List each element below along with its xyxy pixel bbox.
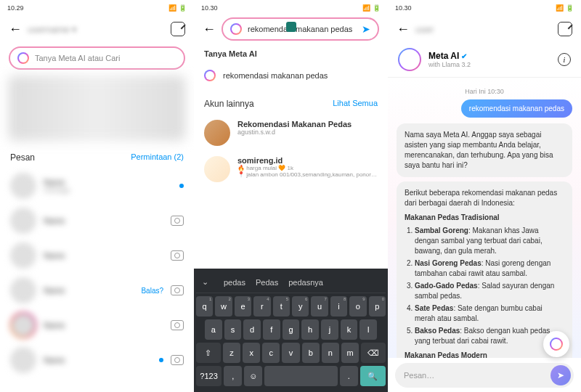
- unread-dot: [159, 358, 163, 362]
- keyboard-suggestions[interactable]: ⌄ pedas Pedas pedasnya: [196, 271, 386, 293]
- message-input-bar[interactable]: Pesan… ➤: [395, 363, 574, 388]
- send-button[interactable]: ➤: [550, 365, 571, 385]
- unread-dot: [179, 184, 184, 188]
- status-icons: 📶 🔋: [556, 4, 574, 12]
- shift-key[interactable]: ⇧: [196, 343, 221, 363]
- camera-icon[interactable]: [171, 250, 184, 261]
- meta-ai-icon: [230, 23, 242, 35]
- meta-ai-icon: [17, 52, 29, 64]
- accounts-label: Akun lainnya: [204, 99, 254, 109]
- ai-subtitle: with Llama 3.2: [428, 61, 550, 68]
- username[interactable]: username ▾: [28, 24, 165, 35]
- info-icon[interactable]: i: [558, 53, 571, 66]
- status-icons: 📶 🔋: [362, 4, 381, 12]
- drag-handle: [286, 22, 296, 32]
- clock: 10.30: [201, 4, 218, 12]
- spacebar[interactable]: [264, 366, 337, 386]
- camera-icon[interactable]: [171, 285, 184, 295]
- section-requests[interactable]: Permintaan (2): [131, 152, 184, 163]
- see-all-link[interactable]: Lihat Semua: [333, 99, 378, 109]
- ai-name: Meta AI: [428, 51, 459, 61]
- chat-item[interactable]: Name: [0, 308, 194, 343]
- section-messages[interactable]: Pesan: [10, 152, 35, 163]
- camera-icon[interactable]: [171, 355, 184, 365]
- meta-ai-avatar: [398, 48, 421, 71]
- search-key[interactable]: 🔍: [360, 366, 386, 386]
- ai-message: Nama saya Meta AI. Anggap saya sebagai a…: [397, 123, 572, 177]
- avatar: [204, 120, 230, 146]
- camera-icon[interactable]: [171, 320, 184, 330]
- chat-item[interactable]: Name: [0, 203, 194, 238]
- symbols-key[interactable]: ?123: [196, 366, 222, 386]
- account-item[interactable]: Rekomendasi Makanan Pedas agustin.s.w.d: [194, 115, 388, 151]
- input-placeholder: Pesan…: [404, 371, 545, 380]
- back-icon[interactable]: ←: [397, 22, 410, 37]
- status-bar: 10.30 📶 🔋: [388, 0, 581, 16]
- back-icon[interactable]: ←: [9, 22, 22, 37]
- stories-row[interactable]: [9, 75, 185, 141]
- clock: 10.29: [7, 4, 24, 12]
- status-icons: 📶 🔋: [168, 4, 187, 12]
- search-box[interactable]: Tanya Meta AI atau Cari: [9, 46, 185, 70]
- timestamp: Hari Ini 10:30: [397, 88, 572, 95]
- meta-ai-icon: [204, 70, 216, 81]
- chat-item[interactable]: Name: [0, 343, 194, 377]
- suggest-title: Tanya Meta AI: [204, 49, 378, 58]
- emoji-key[interactable]: ☺: [244, 366, 262, 386]
- status-bar: 10.29 📶 🔋: [0, 0, 194, 16]
- compose-icon[interactable]: [171, 22, 185, 36]
- user-message: rekomendasi makanan pedas: [461, 99, 572, 118]
- ai-message: Berikut beberapa rekomendasi makanan ped…: [397, 181, 572, 358]
- chat-body: Hari Ini 10:30 rekomendasi makanan pedas…: [388, 78, 581, 358]
- status-bar: 10.30 📶 🔋: [194, 0, 388, 16]
- search-box[interactable]: rekomendasi makanan pedas ➤: [222, 17, 379, 41]
- back-icon[interactable]: ←: [203, 22, 216, 37]
- chat-item[interactable]: NameBalas?: [0, 273, 194, 308]
- chat-header[interactable]: Meta AI✔ with Llama 3.2 i: [388, 42, 581, 78]
- chat-item[interactable]: Name: [0, 238, 194, 273]
- clock: 10.30: [395, 4, 412, 12]
- avatar: [204, 156, 230, 182]
- meta-ai-fab[interactable]: [543, 331, 569, 357]
- send-icon[interactable]: ➤: [362, 23, 370, 35]
- account-item[interactable]: somireng.id 🔥 harga mulai 🧡 1k 📍 jalan a…: [194, 151, 388, 187]
- suggestion-item[interactable]: rekomendasi makanan pedas: [204, 65, 378, 86]
- verified-icon: ✔: [461, 52, 467, 60]
- camera-icon[interactable]: [171, 216, 184, 226]
- backspace-key[interactable]: ⌫: [361, 343, 386, 363]
- chat-item[interactable]: Namemessage: [0, 168, 194, 203]
- keyboard[interactable]: ⌄ pedas Pedas pedasnya q1w2e3r4t5y6u7i8o…: [194, 269, 388, 392]
- search-placeholder: Tanya Meta AI atau Cari: [35, 54, 176, 62]
- compose-icon[interactable]: [558, 22, 572, 36]
- search-input[interactable]: rekomendasi makanan pedas: [248, 25, 356, 33]
- reply-prompt: Balas?: [141, 287, 163, 295]
- username: user: [415, 24, 552, 35]
